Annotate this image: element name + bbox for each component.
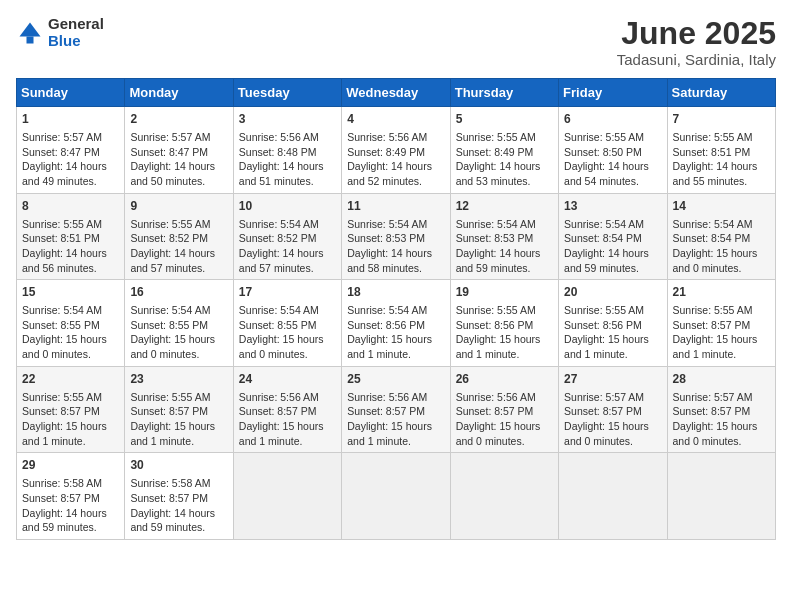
day-info-line: Sunset: 8:50 PM bbox=[564, 145, 661, 160]
weekday-header-tuesday: Tuesday bbox=[233, 79, 341, 107]
svg-rect-1 bbox=[27, 36, 34, 43]
calendar-cell: 10Sunrise: 5:54 AMSunset: 8:52 PMDayligh… bbox=[233, 193, 341, 280]
day-number: 1 bbox=[22, 111, 119, 128]
weekday-header-sunday: Sunday bbox=[17, 79, 125, 107]
day-info-line: and 53 minutes. bbox=[456, 174, 553, 189]
week-row-4: 22Sunrise: 5:55 AMSunset: 8:57 PMDayligh… bbox=[17, 366, 776, 453]
day-info-line: and 1 minute. bbox=[564, 347, 661, 362]
day-info-line: Sunset: 8:51 PM bbox=[22, 231, 119, 246]
day-info-line: Daylight: 14 hours bbox=[564, 246, 661, 261]
day-info-line: and 1 minute. bbox=[347, 434, 444, 449]
calendar-cell: 25Sunrise: 5:56 AMSunset: 8:57 PMDayligh… bbox=[342, 366, 450, 453]
day-info-line: Daylight: 15 hours bbox=[239, 332, 336, 347]
calendar-cell bbox=[667, 453, 775, 540]
day-info-line: Sunset: 8:51 PM bbox=[673, 145, 770, 160]
day-info-line: Sunrise: 5:56 AM bbox=[347, 130, 444, 145]
day-info-line: Sunrise: 5:57 AM bbox=[22, 130, 119, 145]
calendar-cell: 9Sunrise: 5:55 AMSunset: 8:52 PMDaylight… bbox=[125, 193, 233, 280]
day-info-line: and 59 minutes. bbox=[456, 261, 553, 276]
calendar-cell: 21Sunrise: 5:55 AMSunset: 8:57 PMDayligh… bbox=[667, 280, 775, 367]
calendar-cell: 22Sunrise: 5:55 AMSunset: 8:57 PMDayligh… bbox=[17, 366, 125, 453]
calendar-cell: 23Sunrise: 5:55 AMSunset: 8:57 PMDayligh… bbox=[125, 366, 233, 453]
day-info-line: Daylight: 15 hours bbox=[130, 332, 227, 347]
day-number: 24 bbox=[239, 371, 336, 388]
calendar-cell: 27Sunrise: 5:57 AMSunset: 8:57 PMDayligh… bbox=[559, 366, 667, 453]
day-info-line: and 52 minutes. bbox=[347, 174, 444, 189]
day-info-line: Sunrise: 5:55 AM bbox=[673, 130, 770, 145]
day-info-line: and 0 minutes. bbox=[22, 347, 119, 362]
calendar-cell: 20Sunrise: 5:55 AMSunset: 8:56 PMDayligh… bbox=[559, 280, 667, 367]
week-row-2: 8Sunrise: 5:55 AMSunset: 8:51 PMDaylight… bbox=[17, 193, 776, 280]
day-info-line: and 59 minutes. bbox=[564, 261, 661, 276]
day-info-line: Daylight: 15 hours bbox=[22, 419, 119, 434]
month-title: June 2025 bbox=[617, 16, 776, 51]
calendar-cell: 19Sunrise: 5:55 AMSunset: 8:56 PMDayligh… bbox=[450, 280, 558, 367]
day-number: 12 bbox=[456, 198, 553, 215]
day-info-line: Sunset: 8:57 PM bbox=[564, 404, 661, 419]
day-info-line: Sunrise: 5:58 AM bbox=[130, 476, 227, 491]
day-info-line: Sunrise: 5:56 AM bbox=[239, 390, 336, 405]
day-info-line: Sunset: 8:54 PM bbox=[564, 231, 661, 246]
day-info-line: and 1 minute. bbox=[130, 434, 227, 449]
day-number: 10 bbox=[239, 198, 336, 215]
day-number: 23 bbox=[130, 371, 227, 388]
day-info-line: Daylight: 14 hours bbox=[239, 159, 336, 174]
day-info-line: Daylight: 14 hours bbox=[347, 159, 444, 174]
day-info-line: Sunrise: 5:57 AM bbox=[673, 390, 770, 405]
day-number: 18 bbox=[347, 284, 444, 301]
day-number: 2 bbox=[130, 111, 227, 128]
day-info-line: Sunrise: 5:55 AM bbox=[22, 217, 119, 232]
day-info-line: Daylight: 14 hours bbox=[564, 159, 661, 174]
calendar-cell: 14Sunrise: 5:54 AMSunset: 8:54 PMDayligh… bbox=[667, 193, 775, 280]
day-info-line: Daylight: 14 hours bbox=[456, 246, 553, 261]
day-number: 3 bbox=[239, 111, 336, 128]
day-info-line: Sunrise: 5:55 AM bbox=[456, 303, 553, 318]
location-title: Tadasuni, Sardinia, Italy bbox=[617, 51, 776, 68]
day-info-line: and 49 minutes. bbox=[22, 174, 119, 189]
day-info-line: Sunset: 8:57 PM bbox=[130, 491, 227, 506]
day-info-line: Daylight: 14 hours bbox=[22, 246, 119, 261]
day-info-line: and 0 minutes. bbox=[564, 434, 661, 449]
day-info-line: Sunset: 8:57 PM bbox=[347, 404, 444, 419]
day-info-line: Sunset: 8:57 PM bbox=[239, 404, 336, 419]
day-info-line: Sunset: 8:57 PM bbox=[22, 404, 119, 419]
calendar-cell: 26Sunrise: 5:56 AMSunset: 8:57 PMDayligh… bbox=[450, 366, 558, 453]
day-info-line: Sunset: 8:49 PM bbox=[456, 145, 553, 160]
day-info-line: Sunrise: 5:56 AM bbox=[456, 390, 553, 405]
day-info-line: and 57 minutes. bbox=[130, 261, 227, 276]
day-number: 14 bbox=[673, 198, 770, 215]
day-info-line: Sunset: 8:55 PM bbox=[239, 318, 336, 333]
day-info-line: Sunrise: 5:58 AM bbox=[22, 476, 119, 491]
week-row-3: 15Sunrise: 5:54 AMSunset: 8:55 PMDayligh… bbox=[17, 280, 776, 367]
day-info-line: Sunset: 8:56 PM bbox=[456, 318, 553, 333]
day-info-line: Daylight: 15 hours bbox=[456, 419, 553, 434]
day-info-line: and 1 minute. bbox=[239, 434, 336, 449]
day-info-line: and 1 minute. bbox=[22, 434, 119, 449]
day-info-line: Daylight: 14 hours bbox=[22, 506, 119, 521]
day-number: 13 bbox=[564, 198, 661, 215]
day-info-line: Sunrise: 5:57 AM bbox=[564, 390, 661, 405]
logo-blue-text: Blue bbox=[48, 33, 104, 50]
day-number: 7 bbox=[673, 111, 770, 128]
day-info-line: and 0 minutes. bbox=[239, 347, 336, 362]
day-info-line: Sunrise: 5:55 AM bbox=[564, 303, 661, 318]
day-number: 9 bbox=[130, 198, 227, 215]
day-info-line: Sunset: 8:52 PM bbox=[130, 231, 227, 246]
day-info-line: Sunset: 8:57 PM bbox=[456, 404, 553, 419]
day-info-line: Sunrise: 5:56 AM bbox=[239, 130, 336, 145]
day-info-line: Sunset: 8:57 PM bbox=[673, 404, 770, 419]
day-info-line: and 55 minutes. bbox=[673, 174, 770, 189]
calendar-cell: 28Sunrise: 5:57 AMSunset: 8:57 PMDayligh… bbox=[667, 366, 775, 453]
day-info-line: and 59 minutes. bbox=[130, 520, 227, 535]
day-number: 6 bbox=[564, 111, 661, 128]
week-row-5: 29Sunrise: 5:58 AMSunset: 8:57 PMDayligh… bbox=[17, 453, 776, 540]
day-number: 16 bbox=[130, 284, 227, 301]
svg-marker-0 bbox=[20, 22, 41, 36]
day-info-line: and 54 minutes. bbox=[564, 174, 661, 189]
day-info-line: Daylight: 14 hours bbox=[673, 159, 770, 174]
day-info-line: and 58 minutes. bbox=[347, 261, 444, 276]
day-info-line: Daylight: 14 hours bbox=[130, 506, 227, 521]
day-info-line: Sunrise: 5:54 AM bbox=[347, 303, 444, 318]
calendar-cell: 29Sunrise: 5:58 AMSunset: 8:57 PMDayligh… bbox=[17, 453, 125, 540]
day-info-line: Sunset: 8:56 PM bbox=[564, 318, 661, 333]
